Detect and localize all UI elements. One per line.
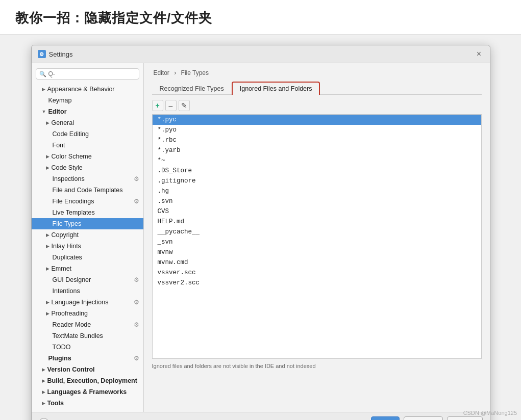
sidebar-item-label: Proofreading (52, 310, 88, 317)
sidebar-item-label: Reader Mode (53, 321, 91, 328)
apply-button[interactable]: Apply (447, 416, 482, 420)
sidebar-item-label: Language Injections (52, 299, 109, 306)
sidebar-item-live-templates[interactable]: Live Templates (32, 207, 143, 218)
sidebar-item-label: Tools (47, 400, 64, 407)
badge-icon: ⚙ (134, 321, 139, 328)
add-button[interactable]: + (152, 100, 163, 111)
sidebar-item-appearance[interactable]: ▶Appearance & Behavior (32, 84, 143, 95)
sidebar-item-label: TODO (53, 344, 71, 351)
file-list-item[interactable]: mvnw (153, 247, 481, 257)
search-icon: 🔍 (39, 71, 46, 77)
badge-icon: ⚙ (134, 299, 139, 306)
sidebar-item-label: Languages & Frameworks (47, 388, 127, 396)
sidebar-item-label: Copyright (52, 231, 79, 239)
sidebar-item-file-types[interactable]: File Types (32, 218, 143, 229)
sidebar-item-inlay-hints[interactable]: ▶Inlay Hints (32, 241, 143, 252)
help-button[interactable]: ? (39, 418, 49, 420)
file-list-item[interactable]: vssver2.scc (153, 278, 481, 288)
sidebar-item-file-encodings[interactable]: File Encodings⚙ (32, 196, 143, 207)
sidebar-item-keymap[interactable]: Keymap (32, 95, 143, 106)
badge-icon: ⚙ (134, 175, 139, 182)
sidebar-item-general[interactable]: ▶General (32, 117, 143, 128)
sidebar-item-label: Code Editing (53, 130, 89, 138)
cancel-button[interactable]: Cancel (404, 416, 443, 420)
file-list-item[interactable]: _svn (153, 237, 481, 247)
badge-icon: ⚙ (134, 198, 139, 205)
sidebar-item-label: Plugins (48, 355, 71, 362)
dialog-content: 🔍 ▶Appearance & BehaviorKeymap▼Editor▶Ge… (32, 63, 490, 412)
sidebar-item-code-style[interactable]: ▶Code Style (32, 162, 143, 173)
breadcrumb-part2: File Types (181, 69, 209, 76)
sidebar-item-label: General (52, 119, 74, 126)
sidebar-item-language-injections[interactable]: ▶Language Injections⚙ (32, 297, 143, 308)
chevron-icon: ▶ (46, 311, 49, 316)
remove-button[interactable]: – (165, 100, 177, 111)
footer-right: OK Cancel Apply (371, 416, 482, 420)
sidebar-item-tools[interactable]: ▶Tools (32, 398, 143, 409)
sidebar-item-todo[interactable]: TODO (32, 342, 143, 353)
sidebar-search-container: 🔍 (36, 68, 139, 80)
file-list-item[interactable]: .svn (153, 196, 481, 206)
sidebar-item-label: File Encodings (53, 198, 94, 205)
sidebar-item-duplicates[interactable]: Duplicates (32, 252, 143, 263)
chevron-icon: ▶ (46, 165, 49, 170)
sidebar-item-color-scheme[interactable]: ▶Color Scheme (32, 151, 143, 162)
file-list-item[interactable]: .gitignore (153, 176, 481, 186)
sidebar-item-label: Code Style (52, 164, 83, 171)
file-list-item[interactable]: HELP.md (153, 217, 481, 227)
sidebar-item-file-and-code-templates[interactable]: File and Code Templates (32, 185, 143, 196)
footer-left: ? (39, 418, 49, 420)
file-list-item[interactable]: vssver.scc (153, 268, 481, 278)
edit-button[interactable]: ✎ (179, 100, 190, 111)
chevron-icon: ▶ (46, 266, 49, 271)
sidebar-item-proofreading[interactable]: ▶Proofreading (32, 308, 143, 319)
file-list-item[interactable]: *~ (153, 155, 481, 166)
chevron-icon: ▶ (46, 232, 49, 238)
dialog-close-button[interactable]: × (475, 49, 484, 59)
chevron-icon: ▶ (46, 154, 49, 159)
sidebar-item-reader-mode[interactable]: Reader Mode⚙ (32, 319, 143, 330)
file-list-item[interactable]: .hg (153, 186, 481, 196)
sidebar-search-input[interactable] (48, 70, 136, 77)
sidebar-item-build-execution[interactable]: ▶Build, Execution, Deployment (32, 375, 143, 386)
breadcrumb: Editor › File Types (152, 69, 482, 76)
file-list-item[interactable]: *.pyo (153, 125, 481, 135)
tabs-row: Recognized File TypesIgnored Files and F… (152, 82, 482, 95)
sidebar-item-textmate-bundles[interactable]: TextMate Bundles (32, 330, 143, 342)
sidebar-item-intentions[interactable]: Intentions (32, 285, 143, 297)
sidebar-item-label: Emmet (52, 265, 72, 272)
sidebar-item-label: Intentions (53, 287, 80, 295)
file-list[interactable]: *.pyc*.pyo*.rbc*.yarb*~.DS_Store.gitigno… (152, 114, 482, 359)
sidebar-item-inspections[interactable]: Inspections⚙ (32, 173, 143, 185)
sidebar-item-label: Inspections (53, 175, 85, 182)
tab-ignored-files-and-folders[interactable]: Ignored Files and Folders (232, 82, 320, 95)
file-list-item[interactable]: *.rbc (153, 135, 481, 145)
sidebar-item-label: Appearance & Behavior (47, 86, 115, 93)
sidebar-item-label: Build, Execution, Deployment (47, 377, 137, 384)
sidebar-item-languages-frameworks[interactable]: ▶Languages & Frameworks (32, 386, 143, 398)
sidebar-item-editor[interactable]: ▼Editor (32, 106, 143, 117)
sidebar-item-label: Font (53, 142, 65, 149)
file-list-item[interactable]: CVS (153, 206, 481, 217)
breadcrumb-part1: Editor (154, 69, 169, 76)
sidebar-item-copyright[interactable]: ▶Copyright (32, 229, 143, 241)
breadcrumb-separator: › (174, 69, 176, 76)
sidebar-item-plugins[interactable]: Plugins⚙ (32, 353, 143, 364)
file-list-item[interactable]: .DS_Store (153, 166, 481, 176)
file-list-item[interactable]: __pycache__ (153, 227, 481, 237)
ok-button[interactable]: OK (371, 416, 400, 420)
sidebar-item-gui-designer[interactable]: GUI Designer⚙ (32, 274, 143, 285)
file-list-item[interactable]: mvnw.cmd (153, 257, 481, 268)
toolbar: + – ✎ (152, 100, 482, 111)
tab-recognized-file-types[interactable]: Recognized File Types (152, 82, 232, 95)
sidebar-item-code-editing[interactable]: Code Editing (32, 128, 143, 140)
sidebar-item-label: Keymap (48, 97, 72, 104)
sidebar-items-list: ▶Appearance & BehaviorKeymap▼Editor▶Gene… (32, 84, 143, 409)
sidebar-item-font[interactable]: Font (32, 140, 143, 151)
sidebar-item-version-control[interactable]: ▶Version Control (32, 364, 143, 375)
chevron-icon: ▶ (46, 244, 49, 249)
file-list-item[interactable]: *.yarb (153, 145, 481, 155)
file-list-item[interactable]: *.pyc (153, 115, 481, 125)
sidebar-item-emmet[interactable]: ▶Emmet (32, 263, 143, 274)
sidebar-item-label: Color Scheme (52, 153, 92, 160)
